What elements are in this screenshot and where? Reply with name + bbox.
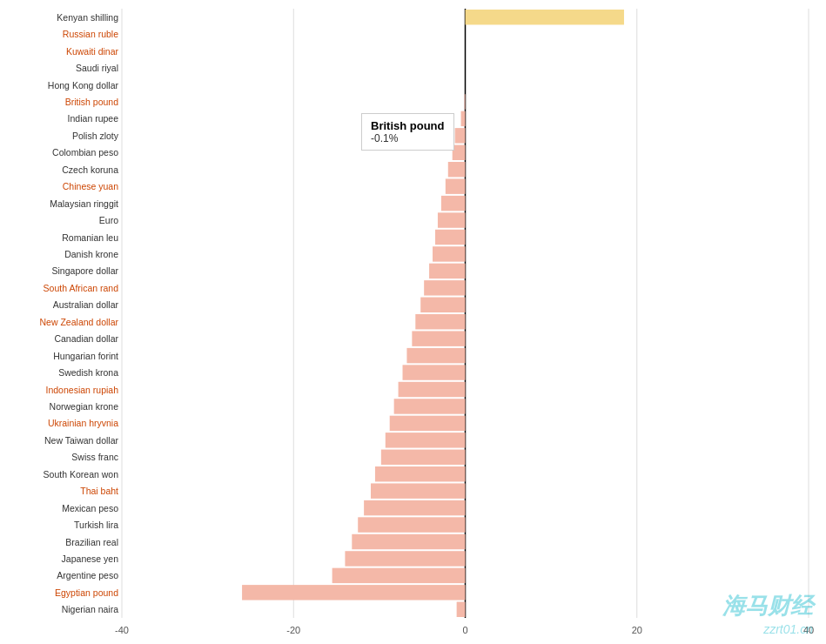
svg-text:Malaysian ringgit: Malaysian ringgit	[50, 198, 118, 209]
svg-text:Hong Kong dollar: Hong Kong dollar	[48, 80, 119, 91]
svg-text:New Zealand dollar: New Zealand dollar	[40, 317, 119, 327]
svg-text:Nigerian naira: Nigerian naira	[62, 604, 119, 614]
svg-rect-33	[435, 230, 466, 245]
svg-text:Indonesian rupiah: Indonesian rupiah	[46, 385, 119, 395]
svg-rect-25	[448, 162, 466, 177]
svg-rect-77	[457, 602, 466, 617]
svg-text:海马财经: 海马财经	[722, 593, 816, 619]
svg-text:British pound: British pound	[65, 97, 118, 107]
svg-text:Polish zloty: Polish zloty	[72, 131, 119, 141]
svg-text:Chinese yuan: Chinese yuan	[63, 181, 118, 191]
svg-text:South Korean won: South Korean won	[44, 469, 119, 480]
svg-rect-41	[420, 298, 465, 312]
svg-rect-51	[399, 382, 466, 397]
svg-text:Australian dollar: Australian dollar	[53, 299, 119, 310]
svg-text:Swedish krona: Swedish krona	[58, 367, 118, 378]
svg-text:Brazilian real: Brazilian real	[65, 537, 118, 547]
svg-text:Thai baht: Thai baht	[80, 486, 118, 496]
svg-rect-71	[345, 551, 465, 566]
svg-rect-17	[465, 94, 466, 109]
svg-rect-67	[358, 517, 465, 532]
svg-text:Egyptian pound: Egyptian pound	[55, 587, 118, 598]
svg-text:Canadian dollar: Canadian dollar	[54, 333, 118, 344]
svg-rect-73	[332, 568, 466, 583]
svg-text:Singapore dollar: Singapore dollar	[52, 265, 119, 276]
svg-rect-31	[438, 212, 466, 227]
svg-text:Russian ruble: Russian ruble	[63, 29, 118, 39]
svg-text:Saudi riyal: Saudi riyal	[76, 63, 118, 73]
svg-text:Norwegian krone: Norwegian krone	[50, 401, 119, 412]
svg-text:-20: -20	[286, 625, 300, 635]
svg-rect-65	[364, 500, 465, 515]
chart-svg: -40-2002040Kenyan shillingRussian rubleK…	[0, 0, 826, 644]
svg-text:20: 20	[632, 625, 642, 635]
svg-text:Colombian peso: Colombian peso	[52, 147, 118, 158]
svg-text:Euro: Euro	[99, 215, 118, 225]
svg-text:Hungarian forint: Hungarian forint	[53, 351, 118, 361]
svg-rect-21	[455, 128, 466, 143]
svg-text:Romanian leu: Romanian leu	[62, 232, 118, 243]
svg-rect-29	[441, 196, 466, 211]
svg-rect-19	[461, 111, 466, 126]
svg-rect-37	[429, 264, 465, 278]
svg-rect-69	[352, 534, 465, 549]
svg-rect-75	[242, 585, 465, 600]
svg-rect-39	[424, 280, 465, 295]
svg-text:zzrt01.cn: zzrt01.cn	[762, 622, 813, 636]
svg-rect-61	[375, 466, 466, 481]
svg-rect-45	[412, 331, 465, 345]
svg-rect-23	[453, 145, 466, 160]
svg-rect-57	[386, 433, 466, 447]
svg-text:Kuwaiti dinar: Kuwaiti dinar	[66, 46, 119, 57]
svg-rect-47	[406, 348, 465, 363]
chart-container: -40-2002040Kenyan shillingRussian rubleK…	[0, 0, 826, 644]
svg-rect-35	[433, 246, 465, 261]
svg-text:Argentine peso: Argentine peso	[57, 570, 118, 580]
svg-rect-53	[394, 399, 466, 413]
svg-text:Mexican peso: Mexican peso	[62, 503, 118, 513]
svg-text:Indian rupee: Indian rupee	[68, 113, 119, 124]
svg-rect-55	[390, 416, 466, 431]
svg-rect-63	[371, 483, 465, 498]
svg-text:Turkish lira: Turkish lira	[74, 520, 118, 530]
svg-text:Swiss franc: Swiss franc	[71, 452, 118, 462]
svg-text:Kenyan shilling: Kenyan shilling	[57, 12, 118, 23]
svg-rect-11	[466, 10, 624, 24]
svg-rect-27	[446, 178, 466, 193]
svg-text:Japanese yen: Japanese yen	[62, 553, 119, 564]
svg-text:South African rand: South African rand	[44, 283, 119, 293]
svg-text:Danish krone: Danish krone	[64, 249, 118, 259]
svg-text:Ukrainian hryvnia: Ukrainian hryvnia	[48, 418, 118, 428]
svg-text:New Taiwan dollar: New Taiwan dollar	[44, 435, 119, 446]
svg-text:-40: -40	[115, 625, 129, 635]
svg-rect-49	[403, 365, 466, 379]
svg-rect-43	[415, 314, 465, 329]
svg-rect-59	[381, 450, 466, 465]
svg-text:Czech koruna: Czech koruna	[62, 164, 118, 175]
svg-text:0: 0	[462, 625, 467, 635]
